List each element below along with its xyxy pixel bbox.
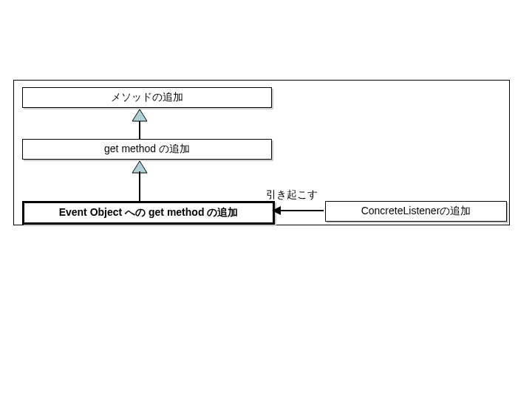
box-label: ConcreteListenerの追加 bbox=[361, 205, 471, 216]
connector-line bbox=[139, 171, 140, 201]
dependency-line bbox=[279, 210, 324, 211]
edge-label: 引き起こす bbox=[266, 188, 318, 202]
box-label: メソッドの追加 bbox=[111, 91, 183, 103]
inheritance-arrow-icon bbox=[131, 108, 149, 123]
connector-line bbox=[139, 121, 140, 139]
box-concrete-listener: ConcreteListenerの追加 bbox=[325, 201, 507, 222]
svg-marker-0 bbox=[132, 109, 147, 121]
box-event-object-get-method: Event Object への get method の追加 bbox=[22, 201, 275, 225]
arrow-left-icon bbox=[272, 206, 281, 215]
box-method-add: メソッドの追加 bbox=[22, 87, 272, 108]
box-get-method-add: get method の追加 bbox=[22, 139, 272, 160]
box-label: Event Object への get method の追加 bbox=[59, 206, 239, 218]
box-label: get method の追加 bbox=[104, 143, 190, 154]
